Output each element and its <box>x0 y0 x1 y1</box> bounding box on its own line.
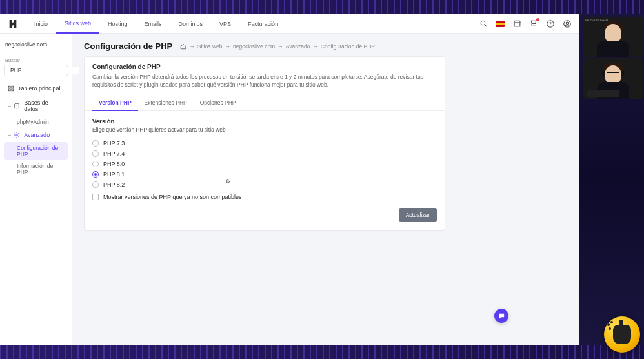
chevron-down-icon <box>61 42 66 47</box>
radio-icon <box>92 181 99 188</box>
store-icon[interactable] <box>512 19 521 28</box>
chat-icon <box>498 313 505 320</box>
section-description: Elige qué versión PHP quieres activar pa… <box>92 127 437 133</box>
app-window: Inicio Sitios web Hosting Emails Dominio… <box>0 14 579 345</box>
sidebar-item-label: Avanzado <box>24 132 50 138</box>
sidebar-sub-php-config[interactable]: Configuración de PHP <box>4 142 68 160</box>
crumb-domain[interactable]: negocioslive.com <box>233 43 275 50</box>
breadcrumb: → Sitios web → negocioslive.com → Avanza… <box>180 43 375 50</box>
sidebar-item-databases[interactable]: − Bases de datos <box>4 96 68 116</box>
radio-php-73[interactable]: PHP 7.3 <box>92 138 437 149</box>
section-heading: Versión <box>92 118 437 125</box>
sidebar-search-input[interactable] <box>10 67 79 74</box>
nav-vps[interactable]: VPS <box>211 14 239 34</box>
crumb-section[interactable]: Avanzado <box>286 43 310 50</box>
webcam-tag: HOSTINGER <box>585 18 609 22</box>
show-legacy-toggle[interactable]: Mostrar versiones de PHP que ya no son c… <box>92 190 437 200</box>
sidebar-sub-php-info[interactable]: Información de PHP <box>4 160 68 178</box>
sidebar-item-advanced[interactable]: − Avanzado <box>4 128 68 141</box>
radio-label: PHP 8.0 <box>103 161 125 167</box>
radio-icon <box>92 150 99 157</box>
svg-point-14 <box>16 134 18 136</box>
checkbox-label: Mostrar versiones de PHP que ya no son c… <box>103 194 241 200</box>
pointer-hand-icon <box>613 325 631 344</box>
radio-label: PHP 7.3 <box>103 140 125 147</box>
radio-php-80[interactable]: PHP 8.0 <box>92 159 437 169</box>
nav-emails[interactable]: Emails <box>136 14 170 34</box>
sidebar-sub-phpmyadmin[interactable]: phpMyAdmin <box>4 116 68 128</box>
svg-rect-11 <box>8 89 10 91</box>
card-title: Configuración de PHP <box>92 63 437 70</box>
page-title: Configuración de PHP <box>84 41 172 51</box>
sidebar: negocioslive.com Buscar Tablero principa… <box>0 34 72 345</box>
topbar: Inicio Sitios web Hosting Emails Dominio… <box>0 14 579 34</box>
radio-php-74[interactable]: PHP 7.4 <box>92 149 437 159</box>
radio-icon <box>92 171 99 178</box>
home-icon[interactable] <box>180 43 186 50</box>
search-label: Buscar <box>5 57 68 63</box>
account-icon[interactable] <box>563 19 572 28</box>
radio-label: PHP 8.1 <box>103 171 125 178</box>
svg-point-6 <box>566 22 569 25</box>
crumb-page: Configuración de PHP <box>321 43 375 50</box>
tab-opciones-php[interactable]: Opciones PHP <box>194 96 243 110</box>
hostinger-logo-icon <box>8 19 18 29</box>
card-tabs: Versión PHP Extensiones PHP Opciones PHP <box>85 96 445 111</box>
tab-version-php[interactable]: Versión PHP <box>92 96 138 111</box>
webcam-overlay-bottom <box>583 58 643 99</box>
nav-sitios-web[interactable]: Sitios web <box>56 14 99 34</box>
svg-point-0 <box>481 21 485 25</box>
svg-rect-2 <box>514 23 520 26</box>
minus-icon: − <box>8 103 11 109</box>
help-icon[interactable]: ? <box>546 19 555 28</box>
grid-icon <box>8 85 14 92</box>
radio-php-81[interactable]: PHP 8.1 <box>92 169 437 180</box>
tab-extensiones-php[interactable]: Extensiones PHP <box>138 96 194 110</box>
content-area: Configuración de PHP → Sitios web → nego… <box>72 34 579 345</box>
sidebar-item-dashboard[interactable]: Tablero principal <box>4 82 68 95</box>
site-selector[interactable]: negocioslive.com <box>0 37 72 52</box>
svg-rect-9 <box>8 86 10 88</box>
update-button[interactable]: Actualizar <box>399 208 437 222</box>
channel-badge <box>604 316 640 353</box>
chat-fab[interactable] <box>494 309 508 323</box>
top-tools: ? <box>479 19 579 28</box>
crumb-sites[interactable]: Sitios web <box>197 43 223 50</box>
webcam-overlay-top: HOSTINGER <box>583 17 643 57</box>
radio-icon <box>92 140 99 147</box>
svg-text:?: ? <box>549 21 552 26</box>
database-icon <box>14 103 20 109</box>
minus-icon: − <box>8 132 11 138</box>
nav-inicio[interactable]: Inicio <box>26 14 56 34</box>
notification-badge <box>536 18 539 21</box>
site-selector-label: negocioslive.com <box>5 41 47 48</box>
sidebar-search[interactable] <box>4 65 68 76</box>
top-nav: Inicio Sitios web Hosting Emails Dominio… <box>26 14 287 34</box>
nav-hosting[interactable]: Hosting <box>99 14 136 34</box>
sidebar-item-label: Bases de datos <box>24 99 64 112</box>
brand-logo[interactable] <box>0 19 26 29</box>
radio-php-82[interactable]: PHP 8.2 <box>92 180 437 190</box>
svg-rect-12 <box>12 89 14 91</box>
radio-label: PHP 8.2 <box>103 181 125 188</box>
notifications-icon[interactable] <box>529 19 538 28</box>
svg-rect-10 <box>12 86 14 88</box>
svg-line-1 <box>485 25 487 26</box>
checkbox-icon <box>92 194 99 200</box>
radio-label: PHP 7.4 <box>103 150 125 157</box>
gear-icon <box>14 132 20 138</box>
radio-icon <box>92 161 99 167</box>
nav-dominios[interactable]: Dominios <box>170 14 212 34</box>
card-description: Cambiar la versión PHP detendrá todos lo… <box>92 73 437 89</box>
svg-point-13 <box>15 103 19 105</box>
language-flag-es[interactable] <box>496 19 505 28</box>
nav-facturacion[interactable]: Facturación <box>239 14 287 34</box>
search-icon[interactable] <box>479 19 488 28</box>
php-config-card: Configuración de PHP Cambiar la versión … <box>84 56 445 231</box>
sidebar-item-label: Tablero principal <box>18 85 61 92</box>
